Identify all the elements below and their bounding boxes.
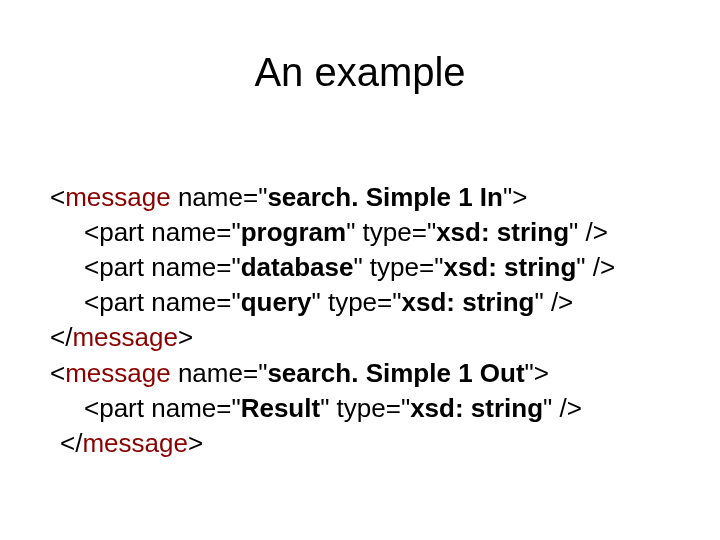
code-line-1: <message name="search. Simple 1 In"> [50,182,527,212]
code-block: <message name="search. Simple 1 In"> <pa… [50,145,670,496]
code-line-2: <part name="program" type="xsd: string" … [50,217,608,247]
code-line-6: <message name="search. Simple 1 Out"> [50,358,549,388]
code-line-7: <part name="Result" type="xsd: string" /… [50,393,582,423]
slide: An example <message name="search. Simple… [0,0,720,540]
code-line-5: </message> [50,322,193,352]
slide-title: An example [50,50,670,95]
code-line-8: </message> [50,428,203,458]
code-line-4: <part name="query" type="xsd: string" /> [50,287,573,317]
code-line-3: <part name="database" type="xsd: string"… [50,252,615,282]
